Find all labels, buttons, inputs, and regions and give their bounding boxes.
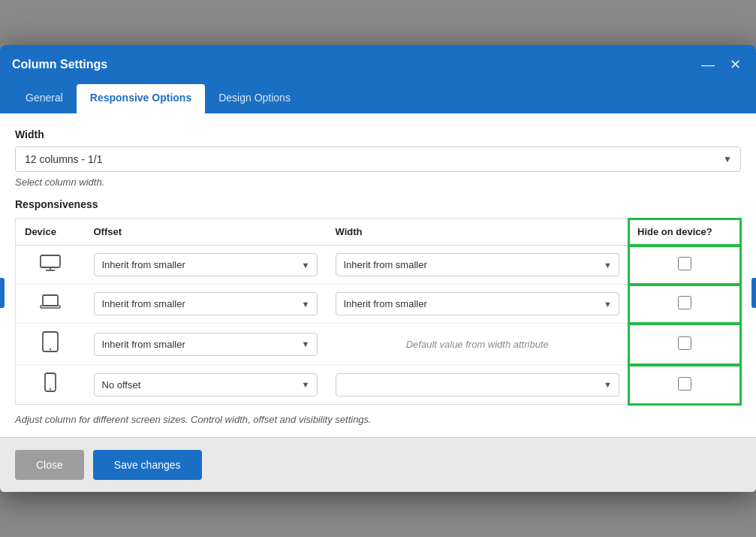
width-select-wrap-mobile: Inherit from smaller 12 columns - 1/1 ▼ [336,373,620,397]
device-cell-tablet [16,324,85,365]
right-accent [751,278,756,308]
col-header-width: Width [327,219,629,246]
offset-cell-laptop: Inherit from smaller No offset 1 column … [85,285,327,324]
offset-cell-tablet: Inherit from smaller No offset ▼ [85,324,327,365]
tabs-bar: General Responsive Options Design Option… [0,84,756,113]
offset-select-mobile[interactable]: No offset Inherit from smaller 1 column [94,373,318,397]
mobile-icon [44,373,56,397]
device-cell-desktop [16,246,85,285]
width-select-laptop[interactable]: Inherit from smaller Default value from … [336,292,620,315]
tab-design[interactable]: Design Options [205,84,304,113]
footer-buttons: Close Save changes [0,437,756,492]
left-accent [0,278,5,308]
width-cell-desktop: Inherit from smaller Default value from … [327,246,629,285]
offset-cell-desktop: Inherit from smaller No offset 1 column … [85,246,327,285]
table-row: No offset Inherit from smaller 1 column … [16,365,741,405]
offset-cell-mobile: No offset Inherit from smaller 1 column … [85,365,327,405]
offset-select-desktop[interactable]: Inherit from smaller No offset 1 column … [94,253,318,276]
responsiveness-table: Device Offset Width Hide on device? [15,218,741,405]
width-select-wrap: 12 columns - 1/1 11 columns 10 columns 9… [15,146,741,172]
offset-select-wrap-laptop: Inherit from smaller No offset 1 column … [94,292,318,315]
table-row: Inherit from smaller No offset 1 column … [16,285,741,324]
svg-point-8 [50,388,51,390]
width-select-mobile[interactable]: Inherit from smaller 12 columns - 1/1 [336,373,620,397]
tab-responsive[interactable]: Responsive Options [77,84,205,113]
hide-checkbox-desktop[interactable] [678,257,691,270]
hide-cell-tablet [628,324,741,365]
save-button[interactable]: Save changes [93,450,202,480]
offset-select-laptop[interactable]: Inherit from smaller No offset 1 column [94,292,318,315]
offset-select-wrap-mobile: No offset Inherit from smaller 1 column … [94,373,318,397]
svg-point-6 [50,348,51,350]
close-icon-button[interactable]: ✕ [727,56,744,73]
col-header-hide: Hide on device? [628,219,741,246]
table-row: Inherit from smaller No offset ▼ Default… [16,324,741,365]
width-cell-tablet: Default value from width attribute [327,324,629,365]
title-bar: Column Settings — ✕ [0,45,756,84]
tablet-icon [42,331,59,357]
tab-general[interactable]: General [12,84,77,113]
width-select-desktop[interactable]: Inherit from smaller Default value from … [336,253,620,276]
svg-rect-4 [41,306,60,308]
width-cell-mobile: Inherit from smaller 12 columns - 1/1 ▼ [327,365,629,405]
default-value-text: Default value from width attribute [336,339,620,350]
hide-checkbox-tablet[interactable] [678,336,691,350]
width-hint: Select column width. [15,176,741,188]
device-cell-mobile [16,365,85,405]
dialog-title: Column Settings [12,58,107,71]
hide-cell-laptop [628,285,741,324]
col-header-device: Device [16,219,85,246]
close-button[interactable]: Close [15,450,84,480]
minimize-button[interactable]: — [698,56,718,73]
column-settings-dialog: Column Settings — ✕ General Responsive O… [0,45,756,492]
device-cell-laptop [16,285,85,324]
table-row: Inherit from smaller No offset 1 column … [16,246,741,285]
svg-rect-0 [41,255,60,267]
offset-select-wrap-desktop: Inherit from smaller No offset 1 column … [94,253,318,276]
col-header-offset: Offset [85,219,327,246]
width-cell-laptop: Inherit from smaller Default value from … [327,285,629,324]
title-bar-controls: — ✕ [698,56,744,73]
laptop-icon [40,294,61,315]
hide-checkbox-mobile[interactable] [678,377,691,391]
width-section-label: Width [15,128,741,140]
hide-checkbox-laptop[interactable] [678,296,691,309]
width-select-wrap-laptop: Inherit from smaller Default value from … [336,292,620,315]
main-content: Width 12 columns - 1/1 11 columns 10 col… [0,113,756,405]
width-select[interactable]: 12 columns - 1/1 11 columns 10 columns 9… [15,146,741,172]
hide-cell-mobile [628,365,741,405]
hide-cell-desktop [628,246,741,285]
offset-select-tablet[interactable]: Inherit from smaller No offset [94,333,318,356]
footer-hint: Adjust column for different screen sizes… [0,405,756,437]
width-select-wrap-desktop: Inherit from smaller Default value from … [336,253,620,276]
responsiveness-label: Responsiveness [15,198,741,210]
svg-rect-3 [43,295,58,306]
desktop-icon [40,255,61,276]
offset-select-wrap-tablet: Inherit from smaller No offset ▼ [94,333,318,356]
